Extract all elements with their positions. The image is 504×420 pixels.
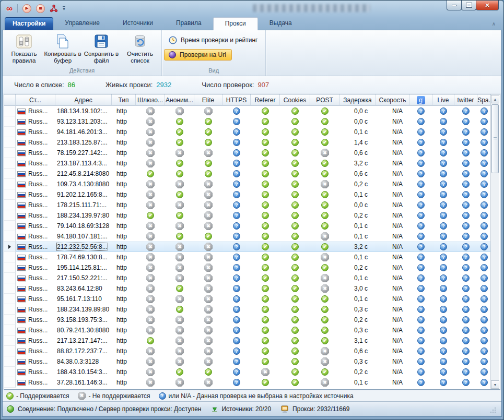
proxy-row[interactable]: Russ...217.150.52.221:...http✖✖✖?✔✔✖0,1 … xyxy=(4,273,491,283)
collapse-ribbon-chevron-icon[interactable]: ∧ xyxy=(492,21,496,27)
proxy-row[interactable]: Russ...188.234.139.97:80http✔✔✖?✔✔✔0,2 c… xyxy=(4,210,491,221)
tab-settings[interactable]: Настройки xyxy=(5,17,53,30)
scroll-up-button[interactable]: ▲ xyxy=(491,95,499,103)
column-header-address[interactable]: Адрес xyxy=(55,94,112,106)
column-header-spam[interactable]: Spa. xyxy=(477,94,491,106)
proxy-row[interactable]: Russ...188.234.139.89:80http✖✔✖?✔✔✔0,3 c… xyxy=(4,304,491,315)
unknown-icon: ? xyxy=(480,379,488,386)
proxy-row[interactable]: Russ...95.161.7.13:110http✖✖✖?✔✔✔0,1 cN/… xyxy=(4,294,491,304)
anon-status-cell: ✖ xyxy=(165,325,194,335)
unknown-icon: ? xyxy=(417,212,425,219)
referer-status-cell: ✔ xyxy=(251,231,280,242)
column-header-live[interactable]: Live xyxy=(432,94,454,106)
column-header-indicator[interactable] xyxy=(4,94,16,106)
supported-icon: ✔ xyxy=(147,212,154,219)
speed-cell: N/A xyxy=(376,377,409,388)
proxy-row[interactable]: Russ...83.243.64.12:80http✖✔✖?✔✔✖3,0 cN/… xyxy=(4,283,491,294)
column-header-twitter[interactable]: twitter xyxy=(454,94,477,106)
close-button[interactable]: ✕ xyxy=(476,1,499,10)
maximize-button[interactable] xyxy=(461,1,476,10)
column-header-https[interactable]: HTTPS xyxy=(222,94,251,106)
address-cell: 213.183.125.87:... xyxy=(55,137,112,148)
proxy-row[interactable]: Russ...212.45.8.214:8080http✔✔✔?✔✔✔0,6 c… xyxy=(4,169,491,179)
proxy-row[interactable]: Russ...80.79.241.30:8080http✖✖✖?✔✔✔0,3 c… xyxy=(4,325,491,335)
column-header-type[interactable]: Тип xyxy=(112,94,136,106)
proxy-row[interactable]: Russ...91.202.12.165:8...http✖✔✖?✔✔✔0,1 … xyxy=(4,189,491,200)
speed-cell: N/A xyxy=(376,158,409,169)
minimize-button[interactable] xyxy=(447,1,462,10)
stat-value: 86 xyxy=(68,81,75,89)
save-to-file-button[interactable]: Сохранить в файл xyxy=(82,32,121,64)
column-header-cookies[interactable]: Cookies xyxy=(280,94,310,106)
supported-icon: ✔ xyxy=(176,128,183,136)
proxy-row[interactable]: Russ...84.38.0.3:3128http✖✖✖?✔✔✖0,3 cN/A… xyxy=(4,356,491,367)
column-header-gateway[interactable]: Шлюзо... xyxy=(136,94,165,106)
show-rules-button[interactable]: Показать правила xyxy=(5,32,43,64)
address-cell: 109.73.4.130:8080 xyxy=(55,179,112,189)
stop-check-button[interactable]: ◼ xyxy=(36,4,45,13)
column-header-country[interactable]: Ст... xyxy=(16,94,55,106)
column-header-speed[interactable]: Скорость xyxy=(376,94,409,106)
check-time-rating-button[interactable]: Время проверки и рейтинг xyxy=(164,34,263,46)
spam-status-cell: ? xyxy=(477,377,491,388)
proxy-row[interactable]: Russ...212.232.52.56:8...http✖✖✖?✔✔✔3,2 … xyxy=(4,242,491,252)
proxy-graph-icon[interactable] xyxy=(50,4,58,13)
proxy-row[interactable]: Russ...93.123.131.203:...http✖✔✔?✔✔✔0,0 … xyxy=(4,116,491,127)
proxy-row[interactable]: Russ...93.158.193.75:3...http✖✖✖?✔✔✔0,2 … xyxy=(4,315,491,325)
proxy-row[interactable]: Russ...79.140.18.69:3128http✖✖✖?✔✔✔0,1 c… xyxy=(4,221,491,231)
column-header-post[interactable]: POST xyxy=(310,94,339,106)
tab-output[interactable]: Выдача xyxy=(258,17,303,30)
stats-bar: Число в списке:86Живых прокси:2932Число … xyxy=(3,76,501,93)
column-header-google[interactable]: g xyxy=(409,94,432,106)
unknown-icon: ? xyxy=(417,379,425,386)
proxy-row[interactable]: Russ...94.181.46.201:3...http✖✔✔?✔✔✔0,1 … xyxy=(4,127,491,137)
anon-status-cell: ✔ xyxy=(165,127,194,137)
column-header-referer[interactable]: Referer xyxy=(251,94,280,106)
proxy-address: 80.79.241.30:8080 xyxy=(57,327,109,334)
post-status-cell: ✖ xyxy=(310,231,339,242)
tab-management[interactable]: Управление xyxy=(53,17,111,30)
tab-rules[interactable]: Правила xyxy=(165,17,213,30)
proxy-row[interactable]: Russ...94.180.107.181:...http✖✔✔?✔✔✖0,1 … xyxy=(4,231,491,242)
https-status-cell: ? xyxy=(222,356,251,367)
copy-to-clipboard-button[interactable]: Копировать в буфер xyxy=(43,32,82,64)
quick-access-dropdown-icon[interactable]: ▾ xyxy=(63,6,65,11)
supported-icon: ✔ xyxy=(291,306,299,313)
resize-grip[interactable] xyxy=(490,407,497,416)
proxy-row[interactable]: Russ...213.187.113.4:3...http✖✔✔?✔✔✔3,2 … xyxy=(4,158,491,169)
proxy-row[interactable]: Russ...213.183.125.87:...http✖✔✔?✔✔✔1,4 … xyxy=(4,137,491,148)
proxy-row[interactable]: Russ...178.74.69.130:8...http✖✖✖?✔✔✖0,1 … xyxy=(4,252,491,262)
scrollbar-thumb[interactable] xyxy=(491,104,499,173)
scrollbar-track[interactable] xyxy=(491,103,499,380)
proxy-row[interactable]: Russ...37.28.161.146:3...http✖✖✖?✔✔✖0,1 … xyxy=(4,377,491,388)
proxy-row[interactable]: Russ...217.13.217.147:...http✔✖✖?✔✔✔3,1 … xyxy=(4,335,491,346)
proxy-row[interactable]: Russ...188.134.19.102:...http✖✖✖?✔✔✔0,0 … xyxy=(4,106,491,116)
unknown-icon: ? xyxy=(440,306,447,313)
proxy-row[interactable]: Russ...195.114.125.81:...http✖✖✖?✔✔✔0,2 … xyxy=(4,262,491,273)
checks-on-url-button[interactable]: Проверки на Url xyxy=(164,49,232,61)
proxy-row[interactable]: Russ...109.73.4.130:8080http✖✖✖?✔✔✖0,2 c… xyxy=(4,179,491,189)
proxy-address: 212.232.52.56:8... xyxy=(57,243,108,250)
speed-cell: N/A xyxy=(376,231,409,242)
column-header-elite[interactable]: Elite xyxy=(194,94,222,106)
row-indicator-cell xyxy=(4,169,16,179)
tab-sources[interactable]: Источники xyxy=(111,17,165,30)
proxy-address: 84.38.0.3:3128 xyxy=(57,358,99,365)
google-status-cell: ? xyxy=(409,283,432,294)
unsupported-icon: ✖ xyxy=(204,222,213,230)
proxy-row[interactable]: Russ...178.215.111.71:...http✖✖✖?✔✔✔0,0 … xyxy=(4,200,491,210)
referer-status-cell: ✔ xyxy=(251,189,280,200)
checks-on-url-label: Проверки на Url xyxy=(180,51,226,58)
vertical-scrollbar[interactable]: ▲ ▼ xyxy=(490,95,499,389)
scroll-down-button[interactable]: ▼ xyxy=(491,380,499,389)
proxy-row[interactable]: Russ...88.82.172.237:7...http✖✖✖?✔✔✖0,6 … xyxy=(4,346,491,356)
column-header-anon[interactable]: Аноним... xyxy=(165,94,194,106)
tab-proxy[interactable]: Прокси xyxy=(213,17,258,30)
clear-list-button[interactable]: Очистить список xyxy=(121,32,159,64)
post-status-cell: ✔ xyxy=(310,304,339,315)
proxy-row[interactable]: Russ...188.43.10.154:3...http✖✔✔?✖✔✔0,2 … xyxy=(4,367,491,377)
elite-status-cell: ✔ xyxy=(194,367,222,377)
column-header-delay[interactable]: Задержка xyxy=(339,94,376,106)
proxy-row[interactable]: Russ...78.159.227.142:...http✖✖✖?✔✔✖0,6 … xyxy=(4,148,491,158)
start-check-button[interactable]: ▶ xyxy=(22,4,31,13)
